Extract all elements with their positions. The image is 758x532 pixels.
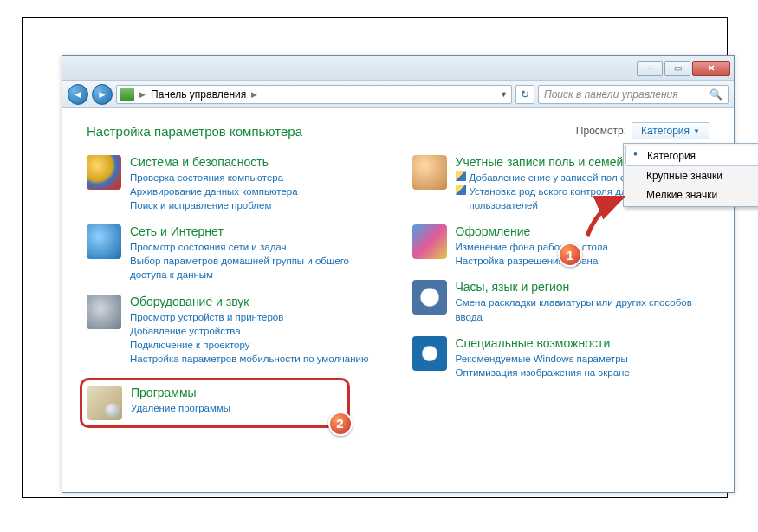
view-mode-button[interactable]: Категория ▼ [632,122,709,139]
close-button[interactable]: ✕ [692,61,730,76]
forward-button[interactable]: ► [92,84,113,105]
uac-shield-icon [456,171,466,181]
dropdown-item-category[interactable]: Категория [625,146,758,166]
category-hardware: Оборудование и звук Просмотр устройств и… [87,295,385,366]
category-link[interactable]: Настройка разрешения экрана [456,254,710,268]
printer-icon [87,295,121,329]
content-header: Настройка параметров компьютера Просмотр… [87,122,709,139]
control-panel-window: ─ ▭ ✕ ◄ ► ▶ Панель управления ▶ ▼ ↻ Поис… [62,55,735,493]
category-link[interactable]: Смена раскладки клавиатуры или других сп… [456,295,710,323]
category-link[interactable]: Настройка параметров мобильности по умол… [130,352,385,366]
category-clock: Часы, язык и регион Смена раскладки клав… [412,280,710,323]
category-link[interactable]: Проверка состояния компьютера [130,171,385,185]
category-title[interactable]: Специальные возможности [456,336,710,350]
navbar: ◄ ► ▶ Панель управления ▶ ▼ ↻ Поиск в па… [62,81,734,108]
highlight-programs: Программы Удаление программы 2 [80,378,350,428]
users-icon [412,155,447,190]
address-dropdown-icon[interactable]: ▼ [500,90,508,99]
shield-icon [87,155,121,190]
view-label: Просмотр: [576,125,626,137]
category-title[interactable]: Система и безопасность [130,155,385,169]
dropdown-item-large-icons[interactable]: Крупные значки [625,166,758,185]
category-link[interactable]: Рекомендуемые Windows параметры [456,352,710,366]
clock-icon [412,280,447,315]
outer-frame: ─ ▭ ✕ ◄ ► ▶ Панель управления ▶ ▼ ↻ Поис… [22,17,728,498]
category-title[interactable]: Сеть и Интернет [130,224,385,238]
minimize-button[interactable]: ─ [637,61,663,76]
globe-icon [87,224,121,259]
titlebar: ─ ▭ ✕ [62,56,734,81]
dropdown-item-small-icons[interactable]: Мелкие значки [625,185,758,204]
search-placeholder: Поиск в панели управления [544,88,678,101]
control-panel-icon [120,88,134,101]
category-link[interactable]: Поиск и исправление проблем [130,198,385,212]
category-programs: Программы Удаление программы [87,386,335,420]
search-input[interactable]: Поиск в панели управления 🔍 [538,85,729,104]
chevron-down-icon: ▼ [693,127,700,135]
category-system-security: Система и безопасность Проверка состояни… [87,155,385,212]
category-title[interactable]: Оформление [456,224,710,238]
category-link[interactable]: Изменение фона рабочего стола [456,240,710,254]
chevron-icon: ▶ [139,90,146,99]
left-column: Система и безопасность Проверка состояни… [87,155,385,428]
chevron-icon: ▶ [251,90,257,99]
view-dropdown-menu: Категория Крупные значки Мелкие значки [623,143,758,207]
category-title[interactable]: Программы [131,386,335,399]
category-link[interactable]: Просмотр устройств и принтеров [130,310,385,324]
maximize-button[interactable]: ▭ [664,61,690,76]
category-link[interactable]: Оптимизация изображения на экране [456,366,710,380]
category-columns: Система и безопасность Проверка состояни… [87,155,709,428]
search-icon: 🔍 [709,88,722,101]
category-link[interactable]: Подключение к проектору [130,338,385,352]
refresh-button[interactable]: ↻ [515,85,534,104]
category-network: Сеть и Интернет Просмотр состояния сети … [87,224,385,282]
appearance-icon [412,224,447,259]
page-title: Настройка параметров компьютера [87,124,302,139]
category-link[interactable]: Архивирование данных компьютера [130,185,385,198]
accessibility-icon [412,336,447,371]
category-link[interactable]: Удаление программы [131,401,335,415]
category-link[interactable]: Добавление устройства [130,324,385,338]
address-bar[interactable]: ▶ Панель управления ▶ ▼ [116,85,512,104]
back-button[interactable]: ◄ [68,84,88,105]
category-title[interactable]: Часы, язык и регион [456,280,710,294]
annotation-badge-1: 1 [558,243,582,267]
category-link[interactable]: Просмотр состояния сети и задач [130,240,385,254]
uac-shield-icon [456,185,466,195]
category-accessibility: Специальные возможности Рекомендуемые Wi… [412,336,710,380]
address-text: Панель управления [151,88,246,101]
category-title[interactable]: Оборудование и звук [130,295,385,308]
annotation-badge-2: 2 [328,412,353,436]
view-mode-value: Категория [641,125,690,137]
programs-icon [87,386,122,420]
category-link[interactable]: Выбор параметров домашней группы и общег… [130,254,385,282]
